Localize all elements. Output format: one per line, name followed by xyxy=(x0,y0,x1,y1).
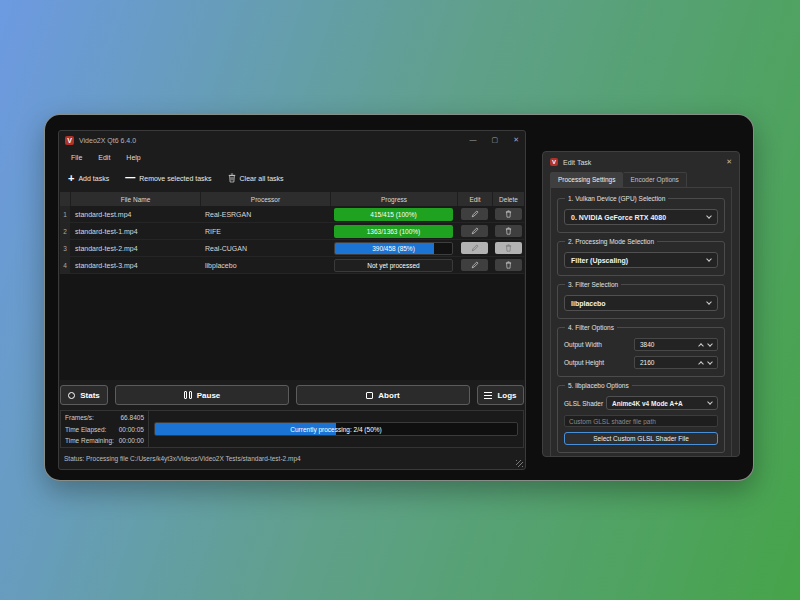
menu-help[interactable]: Help xyxy=(118,152,148,163)
cell-processor: Real-CUGAN xyxy=(200,245,330,252)
trash-icon xyxy=(228,173,236,184)
cell-file-name: standard-test.mp4 xyxy=(70,211,200,218)
resize-grip[interactable] xyxy=(516,460,523,467)
table-row[interactable]: 1 standard-test.mp4 Real-ESRGAN 415/415 … xyxy=(60,206,524,223)
glsl-shader-select[interactable]: Anime4K v4 Mode A+A xyxy=(606,396,718,410)
close-button[interactable]: ✕ xyxy=(513,136,519,144)
desktop-background: V Video2X Qt6 6.4.0 — ▢ ✕ File Edit Help… xyxy=(0,0,800,600)
add-tasks-button[interactable]: + Add tasks xyxy=(68,173,109,183)
elapsed-label: Time Elapsed: xyxy=(65,426,106,433)
menubar: File Edit Help xyxy=(59,149,525,165)
output-height-stepper[interactable]: 2160 xyxy=(634,356,718,369)
overall-progress-bar: Currently processing: 2/4 (50%) xyxy=(154,422,518,436)
dialog-tabs: Processing Settings Encoder Options xyxy=(543,172,739,188)
delete-task-button[interactable] xyxy=(495,225,522,237)
spin-up-icon[interactable] xyxy=(698,361,704,367)
pencil-icon xyxy=(471,210,479,218)
abort-button[interactable]: Abort xyxy=(296,385,470,405)
overall-progress-label: Currently processing: 2/4 (50%) xyxy=(155,423,517,435)
maximize-button[interactable]: ▢ xyxy=(492,136,499,144)
table-header: File Name Processor Progress Edit Delete xyxy=(60,192,524,206)
cell-file-name: standard-test-1.mp4 xyxy=(70,228,200,235)
custom-shader-path-input[interactable] xyxy=(564,415,718,427)
dialog-title: Edit Task xyxy=(563,159,591,166)
minimize-button[interactable]: — xyxy=(470,136,477,144)
trash-icon xyxy=(505,261,512,269)
spin-down-icon[interactable] xyxy=(707,341,713,347)
app-logo-icon: V xyxy=(65,136,74,145)
screenshot-frame: V Video2X Qt6 6.4.0 — ▢ ✕ File Edit Help… xyxy=(44,114,754,481)
edit-task-button-disabled xyxy=(461,242,488,254)
clear-all-tasks-button[interactable]: Clear all tasks xyxy=(228,173,284,184)
group-processing-mode: 2. Processing Mode Selection Filter (Ups… xyxy=(557,241,725,276)
dialog-titlebar: V Edit Task ✕ xyxy=(543,152,739,172)
cell-file-name: standard-test-3.mp4 xyxy=(70,262,200,269)
toolbar: + Add tasks — Remove selected tasks Clea… xyxy=(59,165,525,191)
row-progress-bar: 1363/1363 (100%) xyxy=(334,225,453,238)
group-vulkan-device: 1. Vulkan Device (GPU) Selection 0. NVID… xyxy=(557,198,725,233)
row-progress-bar: 415/415 (100%) xyxy=(334,208,453,221)
menu-edit[interactable]: Edit xyxy=(90,152,118,163)
output-width-label: Output Width xyxy=(564,341,634,348)
table-row[interactable]: 3 standard-test-2.mp4 Real-CUGAN 390/458… xyxy=(60,240,524,257)
frames-label: Frames/s: xyxy=(65,414,94,421)
chevron-down-icon xyxy=(706,256,712,262)
tab-encoder-options[interactable]: Encoder Options xyxy=(623,172,686,188)
dialog-close-button[interactable]: ✕ xyxy=(726,158,732,166)
list-icon xyxy=(484,392,492,399)
edit-task-button[interactable] xyxy=(461,225,488,237)
pencil-icon xyxy=(471,244,479,252)
stats-box: Frames/s:66.8405 Time Elapsed:00:00:05 T… xyxy=(61,411,149,447)
tab-processing-settings[interactable]: Processing Settings xyxy=(550,172,623,188)
stop-icon xyxy=(366,392,373,399)
stats-button[interactable]: Stats xyxy=(60,385,108,405)
delete-task-button[interactable] xyxy=(495,259,522,271)
titlebar: V Video2X Qt6 6.4.0 — ▢ ✕ xyxy=(59,131,525,149)
minus-icon: — xyxy=(125,173,135,183)
output-width-stepper[interactable]: 3840 xyxy=(634,338,718,351)
trash-icon xyxy=(505,244,512,252)
app-logo-icon: V xyxy=(550,158,558,166)
edit-task-button[interactable] xyxy=(461,259,488,271)
window-title: Video2X Qt6 6.4.0 xyxy=(79,137,136,144)
glsl-shader-label: GLSL Shader xyxy=(564,400,606,407)
pencil-icon xyxy=(471,261,479,269)
processing-mode-select[interactable]: Filter (Upscaling) xyxy=(564,252,718,268)
menu-file[interactable]: File xyxy=(63,152,90,163)
table-row[interactable]: 4 standard-test-3.mp4 libplacebo Not yet… xyxy=(60,257,524,274)
processing-settings-pane: 1. Vulkan Device (GPU) Selection 0. NVID… xyxy=(550,187,732,457)
logs-button[interactable]: Logs xyxy=(477,385,524,405)
plus-icon: + xyxy=(68,173,74,183)
status-bar: Status: Processing file C:/Users/k4yt3x/… xyxy=(59,448,525,469)
row-progress-bar: Not yet processed xyxy=(334,259,453,272)
status-text: Status: Processing file C:/Users/k4yt3x/… xyxy=(64,455,301,462)
header-progress: Progress xyxy=(330,192,457,206)
delete-task-button[interactable] xyxy=(495,208,522,220)
task-table: File Name Processor Progress Edit Delete… xyxy=(60,192,524,380)
control-buttons-row: Stats Pause Abort Logs xyxy=(59,380,525,410)
header-processor: Processor xyxy=(200,192,330,206)
header-file-name: File Name xyxy=(70,192,200,206)
stats-panel: Frames/s:66.8405 Time Elapsed:00:00:05 T… xyxy=(60,410,524,448)
elapsed-value: 00:00:05 xyxy=(119,426,144,433)
select-custom-shader-button[interactable]: Select Custom GLSL Shader File xyxy=(564,432,718,445)
pencil-icon xyxy=(471,227,479,235)
table-row[interactable]: 2 standard-test-1.mp4 RIFE 1363/1363 (10… xyxy=(60,223,524,240)
pause-button[interactable]: Pause xyxy=(115,385,289,405)
header-edit: Edit xyxy=(457,192,492,206)
remaining-label: Time Remaining: xyxy=(65,437,114,444)
gpu-select[interactable]: 0. NVIDIA GeForce RTX 4080 xyxy=(564,209,718,225)
edit-task-button[interactable] xyxy=(461,208,488,220)
chevron-down-icon xyxy=(706,299,712,305)
trash-icon xyxy=(505,227,512,235)
pause-icon xyxy=(184,391,192,399)
filter-select[interactable]: libplacebo xyxy=(564,295,718,311)
row-progress-bar: 390/458 (85%) xyxy=(334,242,453,255)
remove-selected-tasks-button[interactable]: — Remove selected tasks xyxy=(125,173,211,183)
cell-file-name: standard-test-2.mp4 xyxy=(70,245,200,252)
remaining-value: 00:00:00 xyxy=(119,437,144,444)
spin-down-icon[interactable] xyxy=(707,359,713,365)
delete-task-button-disabled xyxy=(495,242,522,254)
spin-up-icon[interactable] xyxy=(698,343,704,349)
video2x-main-window: V Video2X Qt6 6.4.0 — ▢ ✕ File Edit Help… xyxy=(58,130,526,470)
